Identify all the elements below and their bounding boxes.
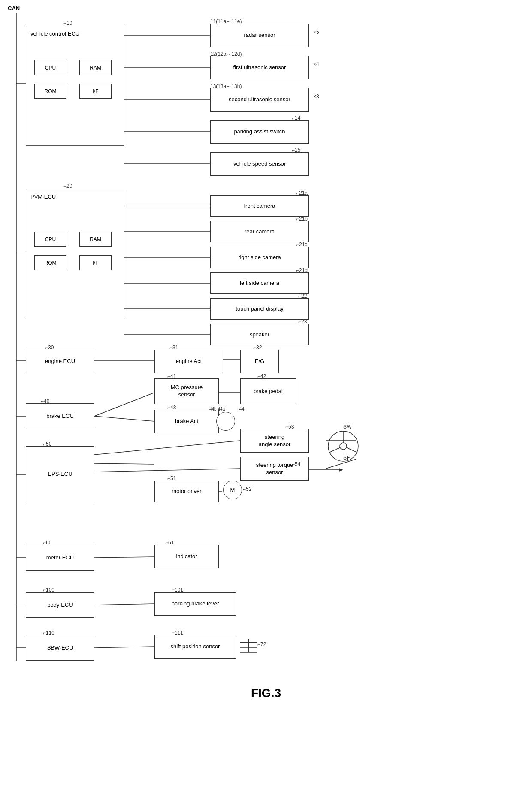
brake-ecu-box: brake ECU <box>26 403 94 429</box>
svg-line-23 <box>94 416 154 421</box>
steering-angle-sensor-box: steering angle sensor <box>240 429 309 453</box>
ref-41: ⌐41 <box>167 373 176 379</box>
engine-act-box: engine Act <box>154 350 223 373</box>
touch-panel-display-box: touch panel display <box>210 298 309 320</box>
ref-13: 13(13a～13h) <box>210 83 242 90</box>
meter-ecu-box: meter ECU <box>26 545 94 571</box>
rom2-box: ROM <box>34 255 66 270</box>
parking-assist-switch-box: parking assist switch <box>210 120 309 144</box>
sf-label: SF <box>343 455 350 461</box>
body-ecu-box: body ECU <box>26 592 94 618</box>
ref-10: ⌐10 <box>63 20 72 26</box>
ref-20: ⌐20 <box>63 183 72 189</box>
ref-42: ⌐42 <box>257 373 266 379</box>
ref-53: ⌐53 <box>285 424 294 430</box>
ref-44b: 44b 44a <box>209 407 225 411</box>
steering-torque-sensor-box: steering torque sensor <box>240 457 309 481</box>
ref-21b: ⌐21b <box>296 216 308 222</box>
svg-marker-41 <box>339 468 343 472</box>
ref-21a: ⌐21a <box>296 190 308 196</box>
if1-box: I/F <box>79 84 112 99</box>
mult-11: ×5 <box>313 29 319 35</box>
ref-32: ⌐32 <box>253 345 262 351</box>
diagram-container: CAN vehicle control ECU ⌐10 CPU RAM ROM … <box>0 0 532 772</box>
ref-50: ⌐50 <box>43 441 51 447</box>
ref-21c: ⌐21c <box>296 242 307 248</box>
svg-line-39 <box>346 447 357 453</box>
ref-21d: ⌐21d <box>296 267 308 273</box>
indicator-box: indicator <box>154 545 219 568</box>
ref-22: ⌐22 <box>298 293 307 299</box>
right-side-camera-box: right side camera <box>210 247 309 268</box>
ref-52: ⌐52 <box>243 486 251 492</box>
vehicle-speed-sensor-box: vehicle speed sensor <box>210 152 309 176</box>
mc-pressure-sensor-box: MC pressure sensor <box>154 378 219 404</box>
svg-line-38 <box>329 447 340 453</box>
cpu1-box: CPU <box>34 60 66 75</box>
radar-sensor-box: radar sensor <box>210 24 309 47</box>
motor-circle: M <box>223 481 242 499</box>
motor-driver-box: motor driver <box>154 481 219 502</box>
brake-act-box: brake Act <box>154 410 219 433</box>
can-label: CAN <box>8 5 20 12</box>
ref-15: ⌐15 <box>292 147 300 153</box>
svg-line-22 <box>94 393 154 416</box>
eg-box: E/G <box>240 350 279 373</box>
first-ultrasonic-box: first ultrasonic sensor <box>210 56 309 79</box>
svg-line-31 <box>94 604 154 605</box>
brake-circle-node <box>216 412 235 431</box>
rom1-box: ROM <box>34 84 66 99</box>
svg-point-36 <box>340 443 347 450</box>
ref-110: ⌐110 <box>43 630 54 636</box>
pvm-ecu-label: PVM·ECU <box>30 193 56 201</box>
ref-51: ⌐51 <box>167 475 176 481</box>
second-ultrasonic-box: second ultrasonic sensor <box>210 88 309 112</box>
ref-11: 11(11a～11e) <box>210 18 242 25</box>
if2-box: I/F <box>79 255 112 270</box>
pvm-ecu-block: PVM·ECU <box>26 189 124 317</box>
ref-31: ⌐31 <box>169 345 178 351</box>
ref-54: ⌐54 <box>292 461 300 467</box>
ref-111: ⌐111 <box>172 630 183 636</box>
fig-label: FIG.3 <box>223 686 309 700</box>
sf-arrow <box>309 466 348 474</box>
svg-line-29 <box>94 469 240 472</box>
ref-60: ⌐60 <box>43 540 51 546</box>
ref-101: ⌐101 <box>172 587 183 593</box>
ref-23: ⌐23 <box>298 319 307 325</box>
ref-61: ⌐61 <box>165 540 174 546</box>
shift-position-sensor-box: shift position sensor <box>154 635 236 659</box>
shift-symbol <box>238 639 260 656</box>
ref-43: ⌐43 <box>167 405 176 411</box>
svg-line-32 <box>94 647 154 648</box>
front-camera-box: front camera <box>210 195 309 217</box>
ref-40: ⌐40 <box>41 398 49 404</box>
svg-line-30 <box>94 557 154 558</box>
ref-12: 12(12a～12d) <box>210 51 242 58</box>
svg-line-26 <box>94 463 154 464</box>
left-side-camera-box: left side camera <box>210 272 309 294</box>
cpu2-box: CPU <box>34 232 66 247</box>
ref-44: ⌐44 <box>237 407 244 411</box>
engine-ecu-box: engine ECU <box>26 350 94 373</box>
ref-30: ⌐30 <box>45 345 54 351</box>
vehicle-control-ecu-label: vehicle control ECU <box>30 30 79 38</box>
sw-label: SW <box>343 424 351 430</box>
svg-line-28 <box>94 441 240 455</box>
ram1-box: RAM <box>79 60 112 75</box>
ref-72: ⌐72 <box>257 641 266 647</box>
ram2-box: RAM <box>79 232 112 247</box>
steering-wheel-icon <box>322 425 365 468</box>
speaker-box: speaker <box>210 324 309 345</box>
sbw-ecu-box: SBW·ECU <box>26 635 94 661</box>
ref-100: ⌐100 <box>43 587 54 593</box>
brake-pedal-box: brake pedal <box>240 378 296 404</box>
mult-13: ×8 <box>313 94 319 100</box>
parking-brake-lever-box: parking brake lever <box>154 592 236 616</box>
eps-ecu-box: EPS·ECU <box>26 446 94 502</box>
mult-12: ×4 <box>313 61 319 67</box>
ref-14: ⌐14 <box>292 115 300 121</box>
rear-camera-box: rear camera <box>210 221 309 242</box>
